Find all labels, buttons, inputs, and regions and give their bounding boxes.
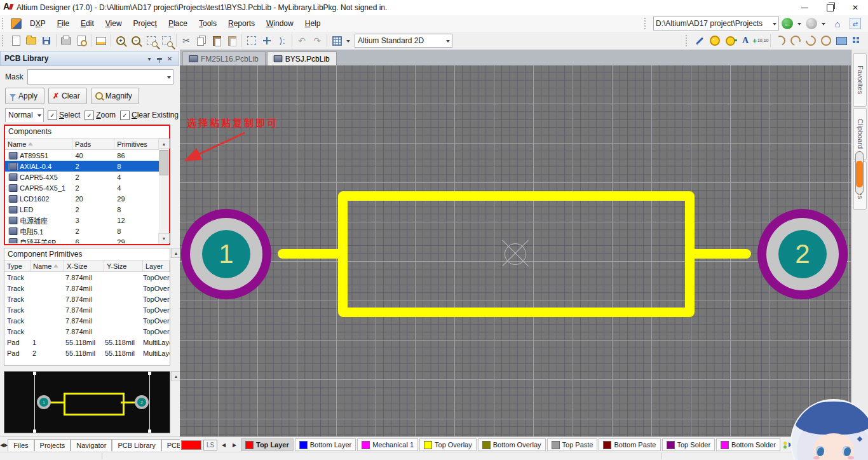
undo-button[interactable]: ↶: [295, 34, 309, 48]
panel-close-button[interactable]: ✕: [165, 53, 175, 64]
place-pad-button[interactable]: [708, 34, 722, 48]
layer-tab-top-solder[interactable]: Top Solder: [662, 438, 715, 451]
print-button[interactable]: [59, 34, 73, 48]
back-history-dropdown[interactable]: [797, 23, 801, 27]
menu-project[interactable]: Project: [128, 17, 163, 30]
footprint-preview[interactable]: 1 2: [4, 371, 170, 433]
place-line-button[interactable]: [693, 34, 707, 48]
restore-button[interactable]: [817, 0, 843, 15]
minimize-button[interactable]: [792, 0, 817, 15]
realign-button[interactable]: ⟩:: [275, 34, 289, 48]
zoom-in-button[interactable]: +: [114, 34, 128, 48]
paste-array-button[interactable]: [850, 34, 864, 48]
paste-button[interactable]: [210, 34, 224, 48]
primitive-row[interactable]: Track7.874milTopOverlay: [4, 272, 170, 283]
primitive-row[interactable]: Pad255.118mil55.118milMultiLayer: [4, 348, 170, 358]
doc-tab-bysj-pcblib[interactable]: BYSJ.PcbLib: [267, 51, 337, 65]
select-area-button[interactable]: [245, 34, 259, 48]
checkbox-clear-existing[interactable]: ✓Clear Existing: [120, 111, 179, 120]
arc-any-angle-button[interactable]: [804, 34, 818, 48]
panel-pin-button[interactable]: [154, 53, 165, 64]
back-button[interactable]: ←: [782, 18, 793, 29]
mask-combo[interactable]: [27, 69, 173, 85]
layer-tab-bottom-layer[interactable]: Bottom Layer: [295, 438, 356, 451]
refresh-button[interactable]: ⇄: [848, 17, 862, 30]
footprint-pad-1[interactable]: 1: [181, 209, 271, 299]
component-row[interactable]: CAPR5-4X524: [5, 172, 159, 182]
dxp-icon[interactable]: [11, 18, 22, 29]
component-row[interactable]: AT89S514086: [5, 150, 159, 161]
zoom-out-button[interactable]: −: [129, 34, 143, 48]
column-header-pads[interactable]: Pads: [72, 139, 114, 149]
column-header-prim-name[interactable]: Name: [31, 260, 64, 271]
cut-button[interactable]: ✂: [179, 34, 193, 48]
layer-tab-bottom-solder[interactable]: Bottom Solder: [716, 438, 780, 451]
current-layer-swatch[interactable]: [181, 440, 201, 450]
footprint-lead-right[interactable]: [693, 249, 751, 259]
scrollbar-thumb[interactable]: [159, 150, 168, 175]
column-header-primitives[interactable]: Primitives: [114, 139, 159, 149]
checkbox-select[interactable]: ✓Select: [48, 111, 80, 120]
component-row[interactable]: 电阻5.128: [5, 226, 159, 236]
place-via-button[interactable]: [723, 34, 737, 48]
filter-mode-combo[interactable]: Normal: [5, 108, 44, 122]
primitive-row[interactable]: Track7.874milTopOverlay: [4, 315, 170, 326]
menu-tools[interactable]: Tools: [193, 17, 222, 30]
arc-center-button[interactable]: [773, 34, 787, 48]
primitive-row[interactable]: Track7.874milTopOverlay: [4, 294, 170, 304]
scroll-up-icon[interactable]: ▲: [158, 139, 170, 149]
menu-edit[interactable]: Edit: [75, 17, 100, 30]
copy-button[interactable]: [194, 34, 208, 48]
layer-tab-top-layer[interactable]: Top Layer: [241, 438, 294, 451]
magnify-button[interactable]: Magnify: [91, 88, 139, 104]
panel-tab-pcb[interactable]: PCB: [161, 439, 180, 451]
checkbox-zoom[interactable]: ✓Zoom: [85, 111, 116, 120]
component-row[interactable]: LED28: [5, 204, 159, 215]
panel-tab-projects[interactable]: Projects: [34, 439, 71, 451]
column-header-layer[interactable]: Layer: [143, 260, 170, 271]
panel-tab-navigator[interactable]: Navigator: [71, 439, 112, 451]
components-scrollbar[interactable]: ▲ ▼: [159, 139, 169, 243]
primitive-row[interactable]: Track7.874milTopOverlay: [4, 283, 170, 294]
layer-tab-top-overlay[interactable]: Top Overlay: [419, 438, 477, 451]
panel-menu-button[interactable]: ▾: [144, 53, 154, 64]
apply-button[interactable]: Apply: [5, 88, 44, 104]
document-path-combo[interactable]: D:\Altium\AD17 project\Projects: [653, 17, 779, 30]
place-string-button[interactable]: A: [738, 34, 752, 48]
jump-coordinate-button[interactable]: +10,10: [754, 34, 768, 48]
full-circle-button[interactable]: [819, 34, 833, 48]
redo-button[interactable]: ↷: [310, 34, 324, 48]
column-header-ysize[interactable]: Y-Size: [104, 260, 143, 271]
primitive-row[interactable]: Track7.874milTopOverlay: [4, 304, 170, 315]
footprint-lead-left[interactable]: [278, 249, 339, 259]
menu-view[interactable]: View: [100, 17, 128, 30]
panel-tab-files[interactable]: Files: [8, 439, 34, 451]
print-preview-button[interactable]: [74, 34, 88, 48]
close-button[interactable]: ✕: [843, 0, 868, 15]
component-row[interactable]: 自锁开关6P629: [5, 236, 159, 243]
column-header-name[interactable]: Name: [5, 139, 72, 149]
snap-indicator-icon[interactable]: [783, 442, 787, 449]
layers-scroll-right-icon[interactable]: ▶: [230, 442, 239, 448]
footprint-pad-2[interactable]: 2: [757, 209, 848, 299]
component-row[interactable]: CAPR5-4X5_124: [5, 182, 159, 193]
menu-dxp[interactable]: DXP: [24, 17, 51, 30]
layer-tab-bottom-overlay[interactable]: Bottom Overlay: [478, 438, 546, 451]
zoom-area-button[interactable]: [144, 34, 158, 48]
component-row[interactable]: LCD16022029: [5, 193, 159, 204]
arc-edge-button[interactable]: [789, 34, 803, 48]
save-button[interactable]: [39, 34, 53, 48]
clear-button[interactable]: ✗ Clear: [48, 88, 87, 104]
paste-special-button[interactable]: [225, 34, 239, 48]
move-object-button[interactable]: [260, 34, 274, 48]
menu-window[interactable]: Window: [261, 17, 299, 30]
tab-favorites[interactable]: Favorites: [853, 53, 867, 107]
scroll-down-icon[interactable]: ▼: [158, 233, 170, 243]
forward-button[interactable]: →: [806, 18, 817, 29]
home-button[interactable]: ⌂: [831, 17, 844, 30]
layer-tab-bottom-paste[interactable]: Bottom Paste: [599, 438, 660, 451]
menu-place[interactable]: Place: [163, 17, 193, 30]
menu-file[interactable]: File: [51, 17, 75, 30]
layers-scroll-left-icon[interactable]: ◀: [219, 442, 228, 448]
panel-tab-pcb-library[interactable]: PCB Library: [112, 439, 161, 451]
